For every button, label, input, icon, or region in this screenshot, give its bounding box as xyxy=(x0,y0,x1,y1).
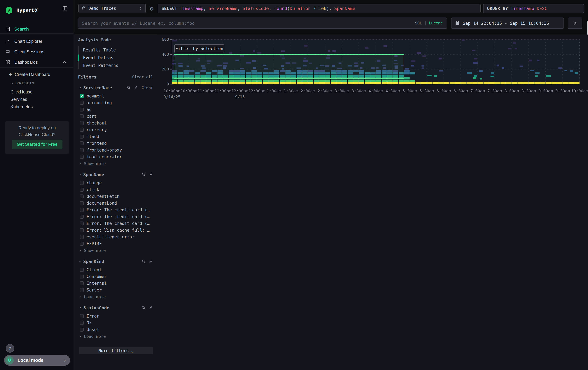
search-input[interactable] xyxy=(82,21,415,26)
pin-icon[interactable] xyxy=(149,172,153,177)
filter-option-ad[interactable]: ad xyxy=(78,106,153,113)
run-search-button[interactable] xyxy=(568,18,582,29)
checkbox[interactable] xyxy=(80,155,84,159)
filter-option-documentfetch[interactable]: documentFetch xyxy=(78,193,153,200)
sidebar-item-client-sessions[interactable]: Client Sessions xyxy=(0,47,74,57)
checkbox[interactable] xyxy=(80,141,84,145)
checkbox[interactable] xyxy=(80,148,84,152)
checkbox[interactable] xyxy=(80,215,84,219)
sidebar-collapse-icon[interactable] xyxy=(63,6,68,11)
filter-option-flagd[interactable]: flagd xyxy=(78,133,153,140)
show-more-link[interactable]: ›Load more xyxy=(78,294,153,300)
chevron-up-icon[interactable] xyxy=(63,60,67,64)
help-button[interactable]: ? xyxy=(6,344,14,353)
checkbox[interactable] xyxy=(80,135,84,139)
analysis-tab-event-patterns[interactable]: Event Patterns xyxy=(79,62,153,69)
sidebar-item-dashboards[interactable]: Dashboards xyxy=(0,57,74,67)
filter-option-currency[interactable]: currency xyxy=(78,126,153,133)
sql-select-input[interactable]: SELECT Timestamp, ServiceName, StatusCod… xyxy=(158,4,481,13)
sidebar-item-search[interactable]: Search xyxy=(0,24,74,34)
source-select[interactable]: Demo Traces xyxy=(78,4,146,13)
filter-option-error[interactable]: Error xyxy=(78,313,153,320)
checkbox-checked[interactable] xyxy=(80,94,84,98)
filter-option-ok[interactable]: Ok xyxy=(78,320,153,326)
filter-option-server[interactable]: Server xyxy=(78,287,153,293)
sidebar-item-clickhouse[interactable]: ClickHouse xyxy=(0,88,74,96)
get-started-button[interactable]: Get Started for Free xyxy=(11,140,63,149)
pin-icon[interactable] xyxy=(149,306,153,310)
checkbox[interactable] xyxy=(80,275,84,279)
checkbox[interactable] xyxy=(80,242,84,246)
filter-option-error-the-credit-card[interactable]: Error: The credit card (… xyxy=(78,207,153,213)
checkbox[interactable] xyxy=(80,208,84,212)
filter-option-unset[interactable]: Unset xyxy=(78,326,153,333)
sidebar-item-services[interactable]: Services xyxy=(0,95,74,103)
filter-option-internal[interactable]: Internal xyxy=(78,280,153,287)
create-dashboard-button[interactable]: + Create Dashboard xyxy=(0,70,74,79)
checkbox[interactable] xyxy=(80,321,84,325)
local-mode-menu[interactable]: U Local mode › xyxy=(4,355,70,366)
checkbox[interactable] xyxy=(80,314,84,318)
checkbox[interactable] xyxy=(80,235,84,239)
filter-option-error-visa-cache-full[interactable]: Error: Visa cache full: … xyxy=(78,227,153,234)
sql-toggle[interactable]: SQL xyxy=(415,21,422,25)
filter-option-load-generator[interactable]: load-generator xyxy=(78,153,153,160)
checkbox[interactable] xyxy=(80,188,84,192)
filter-option-cart[interactable]: cart xyxy=(78,113,153,120)
sidebar-item-kubernetes[interactable]: Kubernetes xyxy=(0,103,74,111)
checkbox[interactable] xyxy=(80,128,84,132)
search-bar[interactable]: SQL | Lucene xyxy=(78,18,447,29)
filter-by-selection-tooltip[interactable]: Filter by Selection xyxy=(174,44,224,53)
search-icon[interactable] xyxy=(127,86,131,90)
analysis-tab-event-deltas[interactable]: Event Deltas xyxy=(79,54,153,62)
analysis-tab-results-table[interactable]: Results Table xyxy=(79,46,153,54)
search-icon[interactable] xyxy=(142,259,146,263)
pin-icon[interactable] xyxy=(149,259,153,263)
filter-option-consumer[interactable]: Consumer xyxy=(78,273,153,280)
checkbox[interactable] xyxy=(80,194,84,198)
show-more-link[interactable]: ›Show more xyxy=(78,161,153,166)
clear-all-button[interactable]: Clear all xyxy=(132,75,153,79)
search-icon[interactable] xyxy=(142,172,146,177)
filter-option-expire[interactable]: EXPIRE xyxy=(78,240,153,247)
checkbox[interactable] xyxy=(80,114,84,118)
chevron-down-icon[interactable] xyxy=(78,260,81,263)
filter-option-frontend-proxy[interactable]: frontend-proxy xyxy=(78,147,153,153)
checkbox[interactable] xyxy=(80,121,84,125)
filter-option-click[interactable]: click xyxy=(78,186,153,193)
more-filters-button[interactable]: More filters ⌄ xyxy=(79,347,153,354)
checkbox[interactable] xyxy=(80,268,84,272)
date-range-picker[interactable]: Sep 14 22:04:35 - Sep 15 10:04:35 xyxy=(451,18,564,29)
search-icon[interactable] xyxy=(142,306,146,310)
order-by-input[interactable]: ORDER BY Timestamp DESC xyxy=(483,4,584,13)
filter-option-client[interactable]: Client xyxy=(78,266,153,273)
show-more-link[interactable]: ›Load more xyxy=(78,334,153,339)
filter-option-accounting[interactable]: accounting xyxy=(78,100,153,106)
filter-option-payment[interactable]: payment xyxy=(78,93,153,100)
checkbox[interactable] xyxy=(80,328,84,331)
checkbox[interactable] xyxy=(80,101,84,105)
checkbox[interactable] xyxy=(80,181,84,185)
lucene-toggle[interactable]: Lucene xyxy=(429,21,443,25)
checkbox[interactable] xyxy=(80,221,84,225)
scrollbar-thumb[interactable] xyxy=(587,21,588,35)
pin-icon[interactable] xyxy=(134,86,138,90)
gear-icon[interactable]: ⚙ xyxy=(147,4,156,13)
checkbox[interactable] xyxy=(80,108,84,111)
checkbox[interactable] xyxy=(80,288,84,292)
checkbox[interactable] xyxy=(80,281,84,285)
chevron-down-icon[interactable] xyxy=(78,173,81,176)
filter-option-frontend[interactable]: frontend xyxy=(78,140,153,147)
show-more-link[interactable]: ›Show more xyxy=(78,248,153,253)
filter-option-error-the-credit-card[interactable]: Error: The credit card (… xyxy=(78,213,153,220)
checkbox[interactable] xyxy=(80,201,84,205)
filter-option-change[interactable]: change xyxy=(78,180,153,186)
sidebar-item-chart-explorer[interactable]: Chart Explorer xyxy=(0,36,74,46)
filter-option-checkout[interactable]: checkout xyxy=(78,120,153,126)
chart-selection-rect[interactable] xyxy=(174,54,404,79)
chevron-down-icon[interactable] xyxy=(78,306,81,309)
filter-option-eventlistener-error[interactable]: eventListener.error xyxy=(78,234,153,240)
presets-toggle[interactable]: PRESETS xyxy=(0,79,74,87)
filter-option-documentload[interactable]: documentLoad xyxy=(78,200,153,207)
chevron-down-icon[interactable] xyxy=(78,86,81,89)
